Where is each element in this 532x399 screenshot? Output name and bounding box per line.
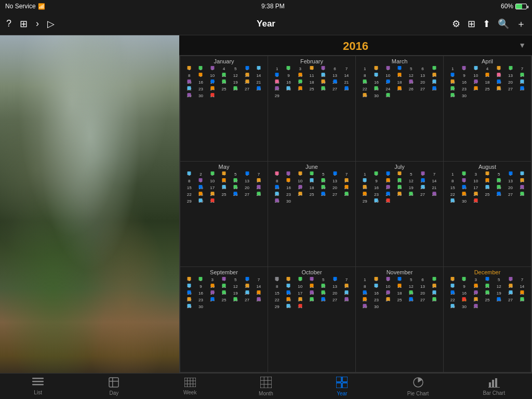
- main-content: 2016 ▼ January 1 2 3 4 5 6 7 8 9 10: [0, 35, 532, 373]
- cal-grid-august: 1 2 3 4 5 6 7 8 9 10 11 12 13 14 15 16 1: [447, 171, 528, 205]
- month-march[interactable]: March 1 2 3 4 5 6 7 8 9 10 11 12 13 14 1…: [356, 56, 443, 161]
- cal-day[interactable]: 31: [207, 92, 218, 99]
- search-icon[interactable]: 🔍: [498, 18, 509, 30]
- cal-day[interactable]: 12: [230, 72, 241, 79]
- month-july[interactable]: July 1 2 3 4 5 6 7 8 9 10 11 12 13 14 15: [356, 162, 443, 267]
- settings-icon[interactable]: ⚙: [452, 18, 460, 30]
- month-september[interactable]: September 1 2 3 4 5 6 7 8 9 10 11 12 13 …: [180, 267, 268, 372]
- page-title: Year: [257, 19, 275, 29]
- cal-day[interactable]: 8: [183, 72, 195, 79]
- month-june[interactable]: June 1 2 3 4 5 6 7 8 9 10 11 12 13 14 15: [268, 162, 355, 267]
- cal-day[interactable]: 18: [218, 79, 230, 86]
- cal-day[interactable]: 7: [253, 65, 264, 72]
- month-august[interactable]: August 1 2 3 4 5 6 7 8 9 10 11 12 13 14 …: [444, 162, 531, 267]
- nav-bar: ? ⊞ › ▷ Year ⚙ ⊞ ⬆ 🔍 ＋: [0, 12, 532, 35]
- month-name-june: June: [271, 164, 352, 170]
- cal-day[interactable]: 22: [183, 86, 195, 92]
- month-october[interactable]: October 1 2 3 4 5 6 7 8 9 10 11 12 13 14: [268, 267, 355, 372]
- svg-rect-20: [342, 383, 348, 388]
- cal-day[interactable]: 24: [207, 86, 218, 92]
- cal-grid-december: 1 2 3 4 5 6 7 8 9 10 11 12 13 14 15 16 1: [447, 276, 528, 310]
- month-january[interactable]: January 1 2 3 4 5 6 7 8 9 10 11 12 13 14: [180, 56, 268, 161]
- cal-day[interactable]: 29: [183, 92, 195, 99]
- month-february[interactable]: February 1 2 3 4 5 6 7 8 9 10 11 12 13 1…: [268, 56, 355, 161]
- cal-grid-july: 1 2 3 4 5 6 7 8 9 10 11 12 13 14 15 16 1: [359, 171, 440, 205]
- cal-grid-november: 1 2 3 4 5 6 7 8 9 10 11 12 13 14 15 16 1: [359, 276, 440, 310]
- month-name-october: October: [271, 269, 352, 275]
- view-toggle-icon[interactable]: ⊞: [20, 18, 28, 30]
- cal-day[interactable]: 10: [207, 72, 218, 79]
- svg-rect-26: [488, 387, 500, 388]
- cal-day[interactable]: 13: [241, 72, 252, 79]
- share-icon[interactable]: ⬆: [483, 18, 490, 30]
- cal-day[interactable]: 20: [241, 79, 252, 86]
- cal-day[interactable]: 4: [218, 65, 230, 72]
- months-grid: January 1 2 3 4 5 6 7 8 9 10 11 12 13 14: [179, 55, 532, 373]
- forward-icon[interactable]: ▷: [47, 18, 55, 30]
- cal-day[interactable]: 16: [195, 79, 206, 86]
- year-header[interactable]: 2016 ▼: [179, 35, 532, 55]
- month-tab-icon: [260, 377, 272, 390]
- cal-day[interactable]: 28: [253, 86, 264, 92]
- cal-day[interactable]: 5: [230, 65, 241, 72]
- month-name-december: December: [447, 269, 528, 275]
- cal-day[interactable]: 15: [183, 79, 195, 86]
- tab-list[interactable]: List: [0, 374, 76, 399]
- cal-day[interactable]: 14: [253, 72, 264, 79]
- month-name-july: July: [359, 164, 440, 170]
- cal-day[interactable]: 6: [241, 65, 252, 72]
- cal-grid-april: 1 2 3 4 5 6 7 8 9 10 11 12 13 14 15 16 1: [447, 65, 528, 99]
- cal-day[interactable]: 3: [207, 65, 218, 72]
- month-november[interactable]: November 1 2 3 4 5 6 7 8 9 10 11 12 13 1…: [356, 267, 443, 372]
- month-may[interactable]: May 1 2 3 4 5 6 7 8 9 10 11 12 13 14 15: [180, 162, 268, 267]
- add-icon[interactable]: ＋: [516, 18, 526, 30]
- tab-week[interactable]: Week: [152, 374, 228, 399]
- month-april[interactable]: April 1 2 3 4 5 6 7 8 9 10 11 12 13 14 1…: [444, 56, 531, 161]
- tab-bar-chart[interactable]: Bar Chart: [456, 374, 532, 399]
- help-icon[interactable]: ?: [6, 18, 11, 29]
- tab-pie-chart[interactable]: Pie Chart: [380, 374, 456, 399]
- svg-rect-12: [260, 377, 272, 388]
- grid-icon[interactable]: ⊞: [468, 18, 475, 30]
- month-name-february: February: [271, 58, 352, 64]
- cal-day[interactable]: 9: [195, 72, 206, 79]
- calendar-panel[interactable]: 2016 ▼ January 1 2 3 4 5 6 7 8 9 10: [179, 35, 532, 373]
- cal-day[interactable]: 2: [195, 65, 206, 72]
- cal-day[interactable]: 1: [183, 65, 195, 72]
- wifi-icon: 📶: [38, 3, 45, 10]
- svg-rect-17: [336, 377, 341, 382]
- tab-day[interactable]: Day: [76, 374, 152, 399]
- tab-list-label: List: [34, 390, 42, 395]
- time-label: 9:38 PM: [261, 3, 285, 10]
- month-name-march: March: [359, 58, 440, 64]
- cal-day[interactable]: 27: [241, 86, 252, 92]
- cal-day[interactable]: 30: [195, 92, 206, 99]
- tab-day-label: Day: [110, 390, 119, 396]
- cal-day[interactable]: 26: [230, 86, 241, 92]
- tab-bar: List Day Week: [0, 373, 532, 399]
- cal-day[interactable]: 17: [207, 79, 218, 86]
- tab-bar-chart-label: Bar Chart: [483, 390, 505, 396]
- svg-rect-24: [492, 380, 494, 388]
- cal-grid-january: 1 2 3 4 5 6 7 8 9 10 11 12 13 14 15 16 1: [183, 65, 264, 99]
- tab-year[interactable]: Year: [304, 374, 380, 399]
- cal-day[interactable]: 25: [218, 86, 230, 92]
- back-icon[interactable]: ›: [36, 18, 39, 29]
- cal-day[interactable]: 21: [253, 79, 264, 86]
- cal-grid-june: 1 2 3 4 5 6 7 8 9 10 11 12 13 14 15 16 1: [271, 171, 352, 205]
- tab-month[interactable]: Month: [228, 374, 304, 399]
- tab-week-label: Week: [183, 390, 196, 395]
- svg-rect-2: [32, 384, 44, 385]
- dropdown-arrow-icon[interactable]: ▼: [518, 41, 526, 49]
- svg-rect-5: [112, 378, 113, 387]
- tab-year-label: Year: [337, 391, 347, 396]
- cal-day[interactable]: 19: [230, 79, 241, 86]
- svg-rect-25: [495, 378, 497, 388]
- cal-day[interactable]: 11: [218, 72, 230, 79]
- month-december[interactable]: December 1 2 3 4 5 6 7 8 9 10 11 12 13 1…: [444, 267, 531, 372]
- svg-rect-1: [32, 381, 44, 382]
- cal-day[interactable]: 23: [195, 86, 206, 92]
- month-name-january: January: [183, 58, 264, 64]
- month-name-november: November: [359, 269, 440, 275]
- month-name-may: May: [183, 164, 264, 170]
